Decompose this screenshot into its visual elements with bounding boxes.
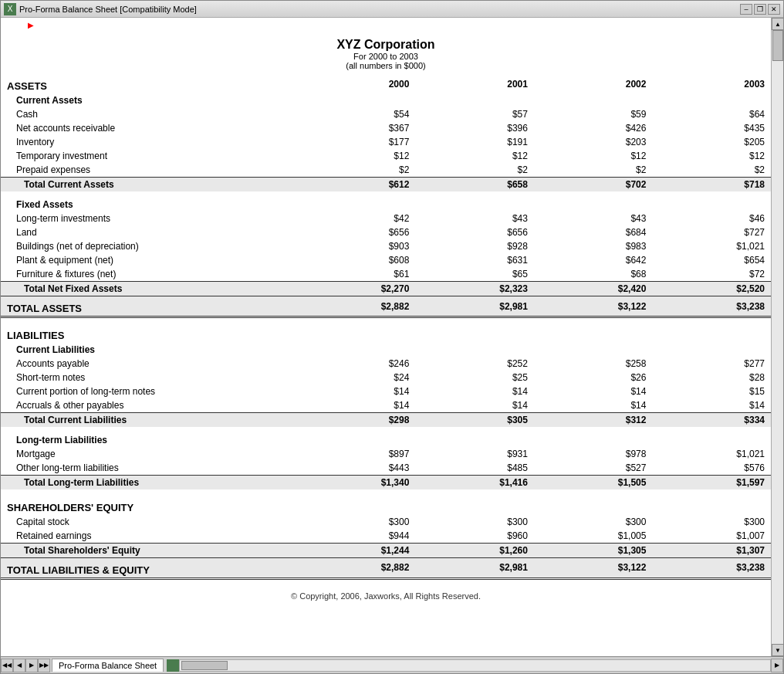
cash-2003: $64 (652, 107, 771, 121)
window-title: Pro-Forma Balance Sheet [Compatibility M… (19, 5, 197, 14)
taskbar: ◀◀ ◀ ▶ ▶▶ Pro-Forma Balance Sheet ▶ (1, 656, 783, 673)
total-lt-liab-row: Total Long-term Liabilities $1,340 $1,41… (1, 475, 771, 489)
list-item: Accounts payable $246 $252 $258 $277 (1, 357, 771, 371)
vertical-scrollbar[interactable]: ▲ ▼ (771, 18, 783, 656)
spreadsheet-view[interactable]: ▶ XYZ Corporation For 2000 to 2003 (all … (1, 18, 771, 656)
furniture-2003: $72 (652, 267, 771, 282)
total-le-2001: $2,981 (415, 557, 534, 578)
cplt-2002: $14 (534, 384, 653, 398)
retained-2002: $1,005 (534, 529, 653, 544)
h-scroll-right-button[interactable]: ▶ (771, 659, 783, 672)
list-item: Short-term notes $24 $25 $26 $28 (1, 371, 771, 384)
capital-stock-label: Capital stock (1, 515, 297, 529)
st-notes-2001: $25 (415, 371, 534, 384)
scroll-thumb[interactable] (772, 30, 783, 61)
spacer (1, 427, 771, 433)
total-cl-2000: $298 (297, 412, 416, 427)
total-lt-label: Total Long-term Liabilities (1, 475, 297, 489)
total-ca-2001: $658 (415, 178, 534, 192)
nav-prev-button[interactable]: ◀ (13, 659, 25, 672)
horizontal-scrollbar[interactable] (179, 659, 771, 672)
inventory-2002: $203 (534, 135, 653, 149)
capital-stock-2003: $300 (652, 515, 771, 529)
retained-2000: $944 (297, 529, 416, 544)
restore-button[interactable]: ❐ (754, 4, 766, 15)
other-lt-2002: $527 (534, 461, 653, 476)
total-lt-2003: $1,597 (652, 475, 771, 489)
spreadsheet-content: XYZ Corporation For 2000 to 2003 (all nu… (1, 30, 771, 612)
list-item: Prepaid expenses $2 $2 $2 $2 (1, 163, 771, 178)
st-notes-2002: $26 (534, 371, 653, 384)
title-bar-left: X Pro-Forma Balance Sheet [Compatibility… (4, 3, 197, 15)
prepaid-2003: $2 (652, 163, 771, 178)
total-assets-2002: $3,122 (534, 296, 653, 317)
buildings-2003: $1,021 (652, 239, 771, 253)
total-assets-label: TOTAL ASSETS (1, 296, 297, 317)
total-fixed-assets-row: Total Net Fixed Assets $2,270 $2,323 $2,… (1, 282, 771, 296)
window-controls: – ❐ ✕ (740, 4, 780, 15)
land-2003: $727 (652, 225, 771, 239)
nav-last-button[interactable]: ▶▶ (38, 659, 50, 672)
furniture-2001: $65 (415, 267, 534, 282)
total-ca-2003: $718 (652, 178, 771, 192)
total-current-liab-row: Total Current Liabilities $298 $305 $312… (1, 412, 771, 427)
capital-stock-2002: $300 (534, 515, 653, 529)
prepaid-label: Prepaid expenses (1, 163, 297, 178)
cash-2001: $57 (415, 107, 534, 121)
land-2001: $656 (415, 225, 534, 239)
fixed-assets-label: Fixed Assets (1, 198, 297, 212)
net-ar-2001: $396 (415, 121, 534, 135)
retained-earnings-label: Retained earnings (1, 529, 297, 544)
nav-first-button[interactable]: ◀◀ (1, 659, 13, 672)
total-equity-2001: $1,260 (415, 543, 534, 557)
inventory-2003: $205 (652, 135, 771, 149)
lt-invest-label: Long-term investments (1, 212, 297, 225)
total-equity-2002: $1,305 (534, 543, 653, 557)
other-lt-2001: $485 (415, 461, 534, 476)
other-lt-label: Other long-term liabilities (1, 461, 297, 476)
inventory-2001: $191 (415, 135, 534, 149)
prepaid-2002: $2 (534, 163, 653, 178)
assets-section-label: ASSETS (1, 74, 297, 93)
balance-sheet-table: ASSETS 2000 2001 2002 2003 Current Asset… (1, 74, 771, 580)
total-le-2003: $3,238 (652, 557, 771, 578)
total-le-2002: $3,122 (534, 557, 653, 578)
cell-marker: ▶ (1, 18, 771, 30)
list-item: Mortgage $897 $931 $978 $1,021 (1, 447, 771, 461)
report-subtitle2: (all numbers in $000) (1, 61, 771, 70)
list-item: Net accounts receivable $367 $396 $426 $… (1, 121, 771, 135)
year-2001-header: 2001 (415, 74, 534, 93)
copyright-text: © Copyright, 2006, Jaxworks, All Rights … (291, 591, 481, 601)
ap-2001: $252 (415, 357, 534, 371)
company-name: XYZ Corporation (1, 38, 771, 52)
column-header-row: ASSETS 2000 2001 2002 2003 (1, 74, 771, 93)
inventory-2000: $177 (297, 135, 416, 149)
accruals-label: Accruals & other payables (1, 398, 297, 413)
h-scroll-thumb[interactable] (181, 661, 228, 670)
total-equity-2003: $1,307 (652, 543, 771, 557)
cash-2000: $54 (297, 107, 416, 121)
temp-invest-2002: $12 (534, 149, 653, 163)
temp-invest-label: Temporary investment (1, 149, 297, 163)
application-window: X Pro-Forma Balance Sheet [Compatibility… (0, 0, 784, 674)
st-notes-2000: $24 (297, 371, 416, 384)
app-icon: X (4, 3, 16, 15)
current-assets-header-row: Current Assets (1, 93, 771, 107)
ap-2002: $258 (534, 357, 653, 371)
scroll-down-button[interactable]: ▼ (772, 644, 783, 656)
scroll-up-button[interactable]: ▲ (772, 18, 783, 30)
total-ca-2000: $612 (297, 178, 416, 192)
nav-next-button[interactable]: ▶ (25, 659, 38, 672)
total-equity-label: Total Shareholders' Equity (1, 543, 297, 557)
cplt-2001: $14 (415, 384, 534, 398)
close-button[interactable]: ✕ (768, 4, 780, 15)
minimize-button[interactable]: – (740, 4, 752, 15)
spacer (1, 489, 771, 496)
total-cl-2001: $305 (415, 412, 534, 427)
year-2003-header: 2003 (652, 74, 771, 93)
total-fa-2003: $2,520 (652, 282, 771, 296)
sheet-tab[interactable]: Pro-Forma Balance Sheet (52, 659, 164, 672)
list-item: Capital stock $300 $300 $300 $300 (1, 515, 771, 529)
scroll-track[interactable] (772, 30, 783, 644)
year-2000-header: 2000 (297, 74, 416, 93)
